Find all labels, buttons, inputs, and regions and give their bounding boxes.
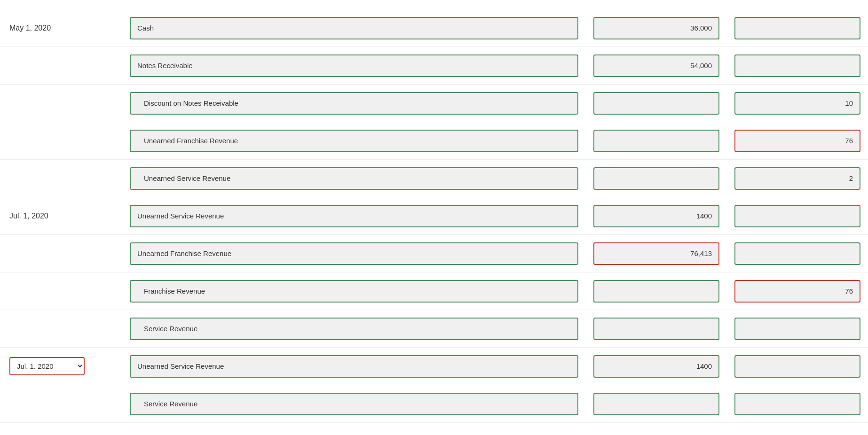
date-cell [0, 85, 122, 122]
account-name-box: Unearned Service Revenue [130, 167, 578, 190]
date-label: Jul. 1, 2020 [9, 212, 48, 220]
credit-cell [727, 310, 868, 347]
date-cell [0, 47, 122, 84]
date-cell: May 1, 2020 [0, 9, 122, 47]
credit-amount-box[interactable] [734, 205, 860, 227]
account-cell: Unearned Service Revenue [122, 348, 586, 385]
credit-amount-box[interactable]: 76 [734, 280, 860, 303]
debit-cell [586, 272, 727, 310]
debit-amount-box[interactable] [593, 318, 719, 340]
credit-amount-box[interactable]: 10 [734, 92, 860, 115]
debit-amount-box[interactable]: 1400 [593, 205, 719, 227]
date-label: May 1, 2020 [9, 24, 51, 32]
account-name-box: Unearned Service Revenue [130, 205, 578, 227]
debit-amount-box[interactable] [593, 92, 719, 115]
account-name-box: Service Revenue [130, 318, 578, 340]
debit-cell: 36,000 [586, 9, 727, 47]
debit-amount-box[interactable] [593, 393, 719, 415]
account-cell: Unearned Service Revenue [122, 197, 586, 234]
date-cell [0, 272, 122, 310]
credit-cell: 10 [727, 85, 868, 122]
debit-cell: 76,413 [586, 235, 727, 272]
credit-cell [727, 47, 868, 84]
account-cell: Unearned Franchise Revenue [122, 235, 586, 272]
debit-amount-box[interactable] [593, 167, 719, 190]
credit-amount-box[interactable] [734, 318, 860, 340]
credit-cell [727, 235, 868, 272]
account-name-box: Franchise Revenue [130, 280, 578, 303]
table-row: Unearned Franchise Revenue76,413 [0, 235, 868, 272]
account-name-box: Cash [130, 17, 578, 39]
table-row: Franchise Revenue76 [0, 272, 868, 310]
table-row: May 1, 2020Cash36,000 [0, 9, 868, 47]
date-cell: Jul. 1, 2020 [0, 197, 122, 234]
credit-cell: 2 [727, 160, 868, 197]
credit-amount-box[interactable] [734, 242, 860, 265]
credit-amount-box[interactable] [734, 355, 860, 378]
debit-amount-box[interactable]: 76,413 [593, 242, 719, 265]
table-row: Discount on Notes Receivable10 [0, 85, 868, 122]
debit-amount-box[interactable] [593, 130, 719, 152]
debit-amount-box[interactable]: 54,000 [593, 54, 719, 77]
credit-amount-box[interactable]: 76 [734, 130, 860, 152]
table-row: Unearned Franchise Revenue76 [0, 122, 868, 160]
date-cell [0, 122, 122, 159]
credit-amount-box[interactable] [734, 54, 860, 77]
date-cell [0, 160, 122, 197]
debit-amount-box[interactable]: 36,000 [593, 17, 719, 39]
date-cell[interactable]: May 1, 2020Jul. 1. 2020Dec. 31, 2020 [0, 348, 122, 385]
account-cell: Discount on Notes Receivable [122, 85, 586, 122]
debit-cell: 54,000 [586, 47, 727, 84]
credit-amount-box[interactable] [734, 393, 860, 415]
date-select-wrapper[interactable]: May 1, 2020Jul. 1. 2020Dec. 31, 2020 [9, 357, 85, 375]
account-cell: Service Revenue [122, 385, 586, 422]
account-name-box: Unearned Franchise Revenue [130, 130, 578, 152]
account-cell: Franchise Revenue [122, 272, 586, 310]
credit-cell [727, 385, 868, 422]
credit-cell [727, 348, 868, 385]
debit-cell: 1400 [586, 348, 727, 385]
date-select[interactable]: May 1, 2020Jul. 1. 2020Dec. 31, 2020 [9, 357, 85, 375]
account-cell: Service Revenue [122, 310, 586, 347]
debit-amount-box[interactable]: 1400 [593, 355, 719, 378]
table-row: Service Revenue [0, 310, 868, 348]
account-name-box: Service Revenue [130, 393, 578, 415]
date-cell [0, 310, 122, 347]
journal-container: May 1, 2020Cash36,000Notes Receivable54,… [0, 0, 868, 432]
debit-cell [586, 85, 727, 122]
credit-amount-box[interactable]: 2 [734, 167, 860, 190]
credit-cell [727, 197, 868, 234]
account-cell: Notes Receivable [122, 47, 586, 84]
table-row: Service Revenue [0, 385, 868, 423]
credit-amount-box[interactable] [734, 17, 860, 39]
date-cell [0, 235, 122, 272]
debit-amount-box[interactable] [593, 280, 719, 303]
table-row: May 1, 2020Jul. 1. 2020Dec. 31, 2020Unea… [0, 348, 868, 385]
debit-cell [586, 122, 727, 159]
table-row: Unearned Service Revenue2 [0, 160, 868, 197]
debit-cell [586, 160, 727, 197]
credit-cell: 76 [727, 272, 868, 310]
credit-cell [727, 9, 868, 47]
account-name-box: Unearned Service Revenue [130, 355, 578, 378]
account-name-box: Discount on Notes Receivable [130, 92, 578, 115]
table-row: Notes Receivable54,000 [0, 47, 868, 85]
account-cell: Unearned Franchise Revenue [122, 122, 586, 159]
account-cell: Unearned Service Revenue [122, 160, 586, 197]
table-row: Jul. 1, 2020Unearned Service Revenue1400 [0, 197, 868, 235]
account-cell: Cash [122, 9, 586, 47]
debit-cell [586, 385, 727, 422]
debit-cell: 1400 [586, 197, 727, 234]
account-name-box: Notes Receivable [130, 54, 578, 77]
debit-cell [586, 310, 727, 347]
date-cell [0, 385, 122, 422]
credit-cell: 76 [727, 122, 868, 159]
account-name-box: Unearned Franchise Revenue [130, 242, 578, 265]
